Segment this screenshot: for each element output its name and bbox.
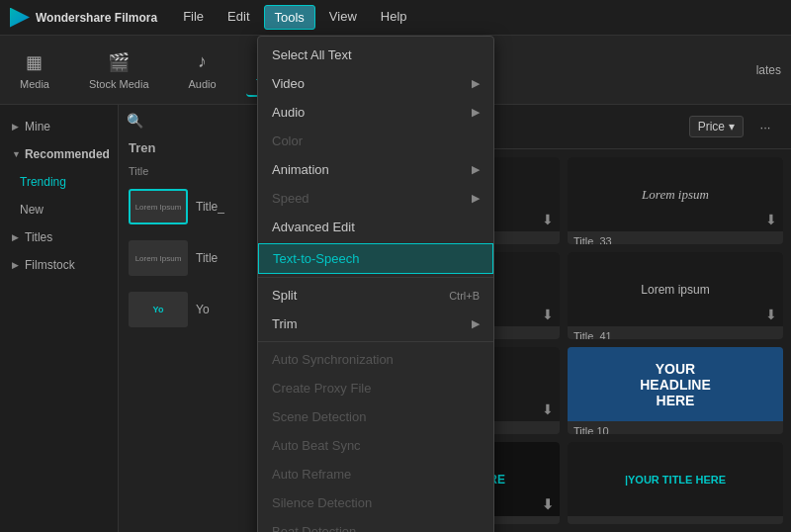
download-icon: ⬇	[542, 496, 554, 512]
price-filter[interactable]: Price ▾	[689, 116, 744, 137]
chevron-down-icon: ▾	[729, 120, 735, 133]
menu-view[interactable]: View	[319, 5, 367, 30]
dropdown-create-proxy: Create Proxy File	[258, 374, 493, 402]
template-label-yourtitle2	[568, 516, 783, 524]
dropdown-audio[interactable]: Audio ▶	[258, 98, 493, 127]
sidebar-item-trending[interactable]: Trending	[0, 168, 118, 196]
template-label-title41: Title_41	[568, 326, 783, 339]
app-name: Wondershare Filmora	[36, 11, 157, 25]
dropdown-auto-beat-sync: Auto Beat Sync	[258, 431, 493, 460]
menu-help[interactable]: Help	[371, 5, 417, 30]
dropdown-split[interactable]: Split Ctrl+B	[258, 281, 493, 310]
dropdown-select-all-text[interactable]: Select All Text	[258, 41, 493, 69]
dropdown-divider2	[258, 341, 493, 342]
price-label: Price	[698, 120, 725, 133]
dropdown-color: Color	[258, 127, 493, 155]
dropdown-auto-sync: Auto Synchronization	[258, 345, 493, 374]
title-bar: Wondershare Filmora File Edit Tools View…	[0, 0, 791, 36]
item-label-1: Title_	[196, 200, 224, 214]
sidebar-item-recommended[interactable]: ▼ Recommended	[0, 140, 118, 168]
chevron-down-icon: ▼	[12, 149, 21, 159]
sidebar-item-filmstock[interactable]: ▶ Filmstock	[0, 251, 118, 279]
dropdown-trim[interactable]: Trim ▶	[258, 310, 493, 338]
thumb-text: Lorem ipsum	[642, 187, 709, 203]
template-card-title41[interactable]: Lorem ipsum ⬇ Title_41	[568, 252, 783, 339]
blue-stripe: YOURHEADLINEHERE	[568, 347, 783, 421]
thumb-text: |YOUR TITLE HERE	[625, 474, 726, 486]
tools-dropdown-menu: Select All Text Video ▶ Audio ▶ Color An…	[257, 36, 494, 532]
dropdown-divider	[258, 277, 493, 278]
sidebar-item-new[interactable]: New	[0, 196, 118, 223]
search-icon: 🔍	[127, 113, 143, 129]
dropdown-text-to-speech[interactable]: Text-to-Speech	[258, 243, 493, 274]
stock-media-label: Stock Media	[89, 78, 149, 90]
sidebar-titles-label: Titles	[25, 230, 52, 244]
dropdown-animation[interactable]: Animation ▶	[258, 155, 493, 184]
media-label: Media	[20, 78, 49, 90]
chevron-right-icon3: ▶	[12, 260, 19, 270]
sidebar-item-mine[interactable]: ▶ Mine	[0, 113, 118, 140]
submenu-arrow-icon: ▶	[472, 317, 480, 330]
download-icon: ⬇	[542, 212, 554, 227]
sidebar-recommended-label: Recommended	[25, 147, 110, 161]
template-label-title33: Title_33	[568, 231, 783, 244]
shortcut-label: Ctrl+B	[449, 290, 480, 302]
dropdown-speed: Speed ▶	[258, 184, 493, 213]
download-icon: ⬇	[765, 212, 777, 227]
sidebar-item-titles[interactable]: ▶ Titles	[0, 223, 118, 251]
submenu-arrow-icon: ▶	[472, 163, 480, 176]
chevron-right-icon2: ▶	[12, 232, 19, 242]
dropdown-scene-detection: Scene Detection	[258, 402, 493, 431]
dropdown-auto-reframe: Auto Reframe	[258, 460, 493, 488]
more-options-button[interactable]: ···	[751, 113, 779, 140]
template-thumb-title33: Lorem ipsum ⬇	[568, 157, 783, 231]
thumb-2: Lorem Ipsum	[129, 240, 188, 276]
toolbar-audio[interactable]: ♪ Audio	[179, 44, 226, 96]
template-thumb-title10: YOURHEADLINEHERE	[568, 347, 783, 421]
template-label-title10: Title 10	[568, 421, 783, 434]
thumb-1: Lorem Ipsum	[129, 189, 188, 224]
download-icon: ⬇	[765, 307, 777, 322]
templates-label: lates	[756, 63, 781, 77]
submenu-arrow-icon: ▶	[472, 106, 480, 119]
sidebar-mine-label: Mine	[25, 120, 50, 133]
template-card-title33[interactable]: Lorem ipsum ⬇ Title_33	[568, 157, 783, 244]
toolbar-stock-media[interactable]: 🎬 Stock Media	[79, 44, 159, 96]
menu-bar: File Edit Tools View Help	[173, 5, 416, 30]
dropdown-beat-detection: Beat Detection	[258, 517, 493, 532]
item-label-3: Yo	[196, 303, 210, 316]
dropdown-advanced-edit[interactable]: Advanced Edit	[258, 213, 493, 241]
menu-edit[interactable]: Edit	[218, 5, 259, 30]
chevron-right-icon: ▶	[12, 122, 19, 132]
filmora-logo-icon	[10, 8, 30, 28]
sidebar-filmstock-label: Filmstock	[25, 258, 75, 272]
sidebar: ▶ Mine ▼ Recommended Trending New ▶ Titl…	[0, 105, 119, 532]
audio-icon: ♪	[191, 50, 215, 74]
template-thumb-yourtitle2: |YOUR TITLE HERE	[568, 442, 783, 516]
template-card-title10[interactable]: YOURHEADLINEHERE Title 10	[568, 347, 783, 434]
template-card-yourtitle2[interactable]: |YOUR TITLE HERE	[568, 442, 783, 524]
sidebar-new-label: New	[20, 203, 44, 217]
thumb-text: Lorem ipsum	[641, 283, 709, 297]
audio-label: Audio	[189, 78, 217, 90]
media-icon: ▦	[23, 50, 46, 74]
app-logo: Wondershare Filmora	[10, 8, 157, 28]
menu-tools[interactable]: Tools	[264, 5, 315, 30]
thumb-text: YOURHEADLINEHERE	[640, 361, 711, 408]
thumb-3: Yo	[129, 292, 188, 327]
sidebar-trending-label: Trending	[20, 175, 66, 189]
download-icon: ⬇	[542, 307, 554, 322]
menu-file[interactable]: File	[173, 5, 214, 30]
dropdown-silence-detection: Silence Detection	[258, 488, 493, 517]
item-label-2: Title	[196, 251, 218, 265]
submenu-arrow-icon: ▶	[472, 192, 480, 205]
toolbar-media[interactable]: ▦ Media	[10, 44, 59, 96]
submenu-arrow-icon: ▶	[472, 77, 480, 90]
stock-media-icon: 🎬	[107, 50, 131, 74]
dropdown-video[interactable]: Video ▶	[258, 69, 493, 98]
template-thumb-title41: Lorem ipsum ⬇	[568, 252, 783, 326]
download-icon: ⬇	[542, 401, 554, 417]
